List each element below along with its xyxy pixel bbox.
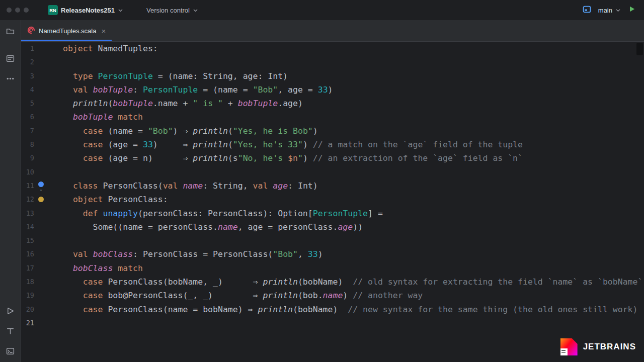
tab-namedtuples-scala[interactable]: NamedTuples.scala ×: [21, 20, 112, 41]
gutter: [34, 261, 63, 275]
editor-tab-bar: NamedTuples.scala ×: [21, 20, 644, 42]
project-folder-icon[interactable]: [6, 26, 16, 36]
code-line[interactable]: 17 bobClass match: [21, 261, 644, 275]
line-number[interactable]: 19: [21, 289, 34, 302]
code-text: type PersonTuple = (name: String, age: I…: [63, 69, 288, 83]
line-number[interactable]: 8: [21, 138, 34, 151]
object-gutter-icon[interactable]: [38, 197, 44, 202]
branch-widget[interactable]: main: [598, 7, 621, 14]
line-number[interactable]: 12: [21, 193, 34, 206]
line-number[interactable]: 2: [21, 55, 34, 69]
code-line[interactable]: 5 println(bobTuple.name + " is " + bobTu…: [21, 97, 644, 110]
line-number[interactable]: 21: [21, 316, 34, 330]
run-button[interactable]: [628, 5, 636, 15]
more-tool-windows-icon[interactable]: [6, 73, 16, 83]
ide-window: RN ReleaseNotes251 Version control main: [0, 0, 644, 362]
gutter: [34, 124, 63, 138]
gutter: [34, 275, 63, 289]
version-control-label: Version control: [146, 7, 190, 14]
code-text: def unapply(personClass: PersonClass): O…: [63, 207, 383, 220]
code-line[interactable]: 19 case bob@PersonClass(_, _) ⇒ println(…: [21, 289, 644, 302]
window-controls: [0, 8, 29, 13]
line-number[interactable]: 3: [21, 69, 34, 83]
code-line[interactable]: 3 type PersonTuple = (name: String, age:…: [21, 69, 644, 83]
code-line[interactable]: 4 val bobTuple: PersonTuple = (name = "B…: [21, 83, 644, 97]
code-text: Some((name = personClass.name, age = per…: [63, 220, 363, 234]
class-gutter-icon[interactable]: ⌄: [38, 182, 44, 191]
structure-icon[interactable]: [6, 53, 16, 63]
line-number[interactable]: 16: [21, 247, 34, 261]
code-line[interactable]: 8 case (age = 33) ⇒ println("Yes, he's 3…: [21, 138, 644, 151]
zoom-window-button[interactable]: [24, 8, 29, 13]
code-line[interactable]: 10: [21, 165, 644, 179]
gutter: [34, 234, 63, 247]
code-line[interactable]: 13 def unapply(personClass: PersonClass)…: [21, 207, 644, 220]
code-line[interactable]: 7 case (name = "Bob") ⇒ println("Yes, he…: [21, 124, 644, 138]
code-text: case bob@PersonClass(_, _) ⇒ println(bob…: [63, 289, 423, 302]
gutter: ⌄: [34, 179, 63, 193]
gutter: [34, 83, 63, 97]
gutter: [34, 303, 63, 316]
gutter: [34, 207, 63, 220]
code-text: case (name = "Bob") ⇒ println("Yes, he i…: [63, 124, 318, 138]
minimize-window-button[interactable]: [15, 8, 20, 13]
code-text: println(bobTuple.name + " is " + bobTupl…: [63, 97, 303, 110]
code-line[interactable]: 2: [21, 55, 644, 69]
editor[interactable]: 1object NamedTuples:23 type PersonTuple …: [21, 42, 644, 362]
code-line[interactable]: 9 case (age = n) ⇒ println(s"No, he's $n…: [21, 151, 644, 165]
code-text: class PersonClass(val name: String, val …: [63, 179, 318, 193]
gutter: [34, 110, 63, 124]
gutter: [34, 42, 63, 55]
project-widget[interactable]: RN ReleaseNotes251: [48, 5, 123, 15]
code-line[interactable]: 15: [21, 234, 644, 247]
code-text: object NamedTuples:: [63, 42, 158, 55]
line-number[interactable]: 11: [21, 179, 34, 193]
close-window-button[interactable]: [7, 8, 12, 13]
line-number[interactable]: 18: [21, 275, 34, 289]
code-line[interactable]: 6 bobTuple match: [21, 110, 644, 124]
code-line[interactable]: 18 case PersonClass(bobName, _) ⇒ printl…: [21, 275, 644, 289]
line-number[interactable]: 15: [21, 234, 34, 247]
gutter: [34, 55, 63, 69]
tab-label: NamedTuples.scala: [39, 27, 96, 35]
code-line[interactable]: 21: [21, 316, 644, 330]
line-number[interactable]: 4: [21, 83, 34, 97]
terminal-icon[interactable]: [6, 326, 16, 336]
gutter: [34, 69, 63, 83]
code-line[interactable]: 1object NamedTuples:: [21, 42, 644, 55]
line-number[interactable]: 20: [21, 303, 34, 316]
code-text: bobTuple match: [63, 110, 143, 124]
code-line[interactable]: 14 Some((name = personClass.name, age = …: [21, 220, 644, 234]
line-number[interactable]: 17: [21, 261, 34, 275]
line-number[interactable]: 10: [21, 165, 34, 179]
line-number[interactable]: 9: [21, 151, 34, 165]
code-line[interactable]: 20 case PersonClass(name = bobName) ⇒ pr…: [21, 303, 644, 316]
gutter: [34, 247, 63, 261]
line-number[interactable]: 14: [21, 220, 34, 234]
project-icon: RN: [48, 5, 58, 15]
line-number[interactable]: 6: [21, 110, 34, 124]
line-number[interactable]: 1: [21, 42, 34, 55]
titlebar: RN ReleaseNotes251 Version control main: [0, 0, 644, 20]
code-text: val bobTuple: PersonTuple = (name = "Bob…: [63, 83, 333, 97]
line-number[interactable]: 13: [21, 207, 34, 220]
line-number[interactable]: 5: [21, 97, 34, 110]
code-line[interactable]: 12 object PersonClass:: [21, 193, 644, 206]
gutter: [34, 220, 63, 234]
code-line[interactable]: 16 val bobClass: PersonClass = PersonCla…: [21, 247, 644, 261]
code-text: case PersonClass(bobName, _) ⇒ println(b…: [63, 275, 642, 289]
code-line[interactable]: 11⌄ class PersonClass(val name: String, …: [21, 179, 644, 193]
editor-lines: 1object NamedTuples:23 type PersonTuple …: [21, 42, 644, 330]
vcs-status-icon[interactable]: [583, 5, 591, 16]
scrollbar-thumb[interactable]: [636, 43, 643, 55]
run-tool-icon[interactable]: [6, 306, 16, 316]
services-icon[interactable]: [6, 346, 16, 356]
chevron-down-icon: [615, 8, 621, 13]
tab-close-icon[interactable]: ×: [101, 27, 106, 35]
gutter: [34, 165, 63, 179]
line-number[interactable]: 7: [21, 124, 34, 138]
version-control-widget[interactable]: Version control: [146, 7, 198, 14]
gutter: [34, 193, 63, 206]
tool-window-strip: [0, 20, 21, 362]
gutter: [34, 289, 63, 302]
